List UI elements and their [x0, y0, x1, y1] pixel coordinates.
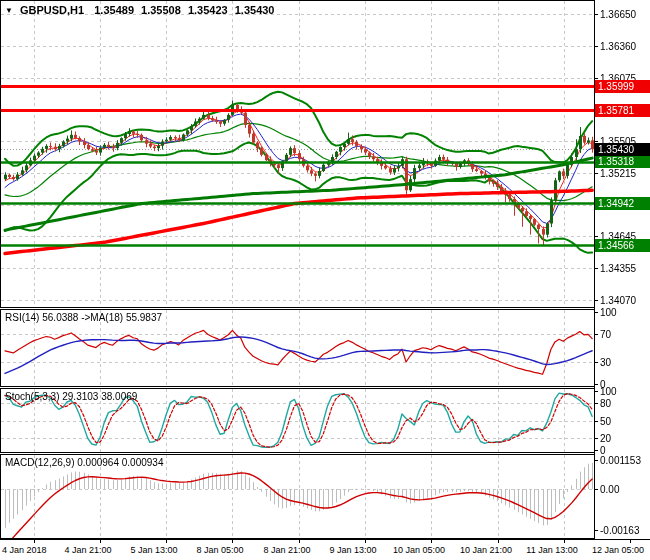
time-axis-label: 10 Jan 05:00	[393, 545, 445, 555]
symbol-period-label: GBPUSD,H1	[20, 4, 84, 16]
macd-scale-label: 0.001153	[600, 455, 641, 466]
price-badge-support: 1.34566	[595, 239, 650, 252]
macd-label: MACD(12,26,9) 0.000964 0.000934	[5, 457, 163, 468]
indicator-scale-tick	[594, 362, 598, 363]
time-axis-label: 11 Jan 13:00	[526, 545, 577, 555]
price-axis-label: 1.35215	[600, 168, 636, 179]
time-tick	[498, 540, 499, 543]
price-tick	[594, 236, 598, 237]
time-tick	[34, 540, 35, 543]
indicator-scale-tick	[594, 489, 598, 490]
rsi-scale-label: 30	[600, 357, 611, 368]
symbol-dropdown-icon[interactable]: ▼	[5, 6, 13, 15]
price-axis-label: 1.34355	[600, 263, 636, 274]
time-tick	[166, 540, 167, 543]
price-axis-label: 1.36360	[600, 41, 636, 52]
time-tick	[100, 540, 101, 543]
indicator-scale-tick	[594, 312, 598, 313]
time-tick	[431, 540, 432, 543]
price-tick	[594, 141, 598, 142]
price-tick	[594, 46, 598, 47]
indicator-scale-tick	[594, 450, 598, 451]
quote-open: 1.35489	[94, 4, 134, 16]
price-axis-label: 1.34070	[600, 295, 636, 306]
time-axis-label: 5 Jan 13:00	[130, 545, 177, 555]
rsi-scale-label: 70	[600, 329, 611, 340]
indicator-scale-tick	[594, 460, 598, 461]
price-tick	[594, 300, 598, 301]
quote-low: 1.35423	[188, 4, 228, 16]
time-tick	[365, 540, 366, 543]
macd-panel: MACD(12,26,9) 0.000964 0.000934	[0, 454, 594, 539]
price-badge-resistance: 1.35781	[595, 104, 650, 117]
main-chart-panel: ▼ GBPUSD,H1 1.35489 1.35508 1.35423 1.35…	[0, 0, 594, 308]
rsi-panel: RSI(14) 56.0388 ->MA(18) 55.9837	[0, 309, 594, 387]
stoch-scale-label: 20	[600, 433, 611, 444]
time-axis[interactable]: 4 Jan 20184 Jan 21:005 Jan 13:008 Jan 05…	[0, 539, 650, 560]
indicator-scale-tick	[594, 530, 598, 531]
price-axis-label: 1.36650	[600, 9, 636, 20]
indicator-scale-tick	[594, 438, 598, 439]
time-axis-label: 4 Jan 2018	[2, 545, 47, 555]
indicator-scale-tick	[594, 384, 598, 385]
stoch-scale-label: 50	[600, 416, 611, 427]
time-axis-label: 4 Jan 21:00	[64, 545, 111, 555]
stoch-scale-label: 100	[600, 386, 617, 397]
macd-scale-label: 0.00	[600, 484, 619, 495]
time-axis-label: 12 Jan 05:00	[592, 545, 644, 555]
quote-high: 1.35508	[141, 4, 181, 16]
time-tick	[564, 540, 565, 543]
price-tick	[594, 14, 598, 15]
price-tick	[594, 268, 598, 269]
indicator-scale-tick	[594, 421, 598, 422]
time-tick	[232, 540, 233, 543]
stochastic-label: Stoch(5,3,3) 29.3103 38.0069	[5, 391, 137, 402]
chart-title: ▼ GBPUSD,H1 1.35489 1.35508 1.35423 1.35…	[5, 4, 274, 16]
indicator-scale-tick	[594, 334, 598, 335]
time-axis-label: 9 Jan 13:00	[329, 545, 376, 555]
indicator-scale-tick	[594, 403, 598, 404]
rsi-label: RSI(14) 56.0388 ->MA(18) 55.9837	[5, 312, 162, 323]
time-axis-label: 8 Jan 05:00	[196, 545, 243, 555]
chart-window: ▼ GBPUSD,H1 1.35489 1.35508 1.35423 1.35…	[0, 0, 650, 560]
time-axis-label: 10 Jan 21:00	[460, 545, 512, 555]
price-tick	[594, 78, 598, 79]
time-tick	[299, 540, 300, 543]
stoch-scale-label: 80	[600, 398, 611, 409]
quote-close: 1.35430	[235, 4, 275, 16]
indicator-scale-tick	[594, 391, 598, 392]
time-tick	[630, 540, 631, 543]
main-chart-canvas[interactable]	[1, 1, 594, 307]
price-badge-resistance: 1.35999	[595, 80, 650, 93]
price-badge-current: 1.35430	[595, 143, 650, 156]
stochastic-panel: Stoch(5,3,3) 29.3103 38.0069	[0, 388, 594, 453]
price-tick	[594, 173, 598, 174]
price-badge-support: 1.35318	[595, 155, 650, 168]
macd-scale-label: -0.00163	[600, 525, 639, 536]
rsi-scale-label: 100	[600, 307, 617, 318]
price-badge-support: 1.34942	[595, 197, 650, 210]
time-axis-label: 8 Jan 21:00	[263, 545, 310, 555]
